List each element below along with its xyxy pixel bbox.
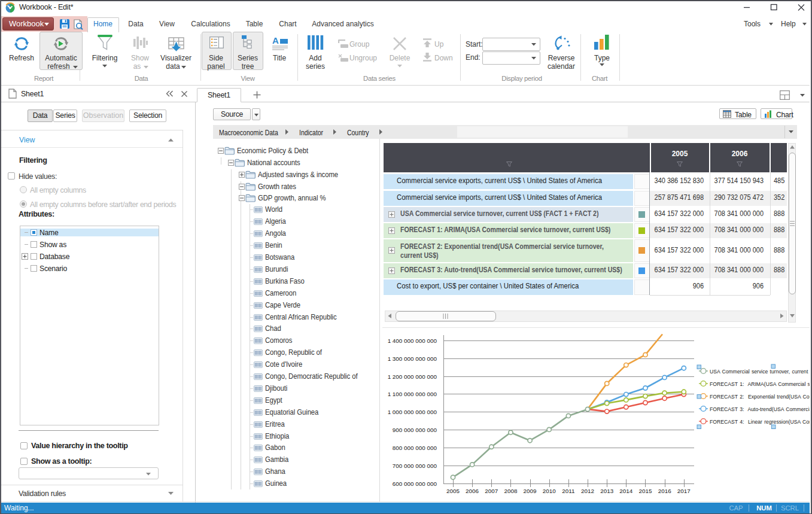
svg-text:2016: 2016 [658, 488, 671, 494]
svg-text:2013: 2013 [600, 488, 613, 494]
svg-text:1 400 000 000 000: 1 400 000 000 000 [388, 337, 437, 344]
svg-text:2017: 2017 [677, 488, 691, 494]
svg-text:1 300 000 000 000: 1 300 000 000 000 [388, 355, 437, 362]
svg-text:2005: 2005 [446, 488, 460, 494]
svg-text:USA Commercial service turnove: USA Commercial service turnover, current… [710, 368, 810, 375]
svg-text:2012: 2012 [581, 488, 594, 494]
svg-text:1 100 000 000 000: 1 100 000 000 000 [388, 391, 437, 397]
svg-text:2006: 2006 [466, 488, 479, 494]
svg-text:2009: 2009 [524, 488, 537, 494]
svg-text:2010: 2010 [543, 488, 556, 494]
svg-text:700 000 000 000: 700 000 000 000 [393, 463, 437, 469]
svg-text:600 000 000 000: 600 000 000 000 [393, 480, 437, 487]
svg-text:1 200 000 000 000: 1 200 000 000 000 [388, 373, 437, 380]
svg-text:800 000 000 000: 800 000 000 000 [393, 445, 437, 451]
svg-text:2014: 2014 [619, 488, 632, 494]
svg-text:FORECAST 3: Auto-trend(USA Co: FORECAST 3: Auto-trend(USA Commercial se… [710, 406, 810, 412]
svg-text:2015: 2015 [639, 488, 652, 494]
svg-text:2007: 2007 [485, 488, 498, 494]
svg-text:900 000 000 000: 900 000 000 000 [393, 427, 437, 433]
svg-text:2011: 2011 [562, 488, 575, 494]
svg-text:A: A [272, 36, 279, 45]
svg-text:2008: 2008 [504, 488, 518, 494]
svg-text:FORECAST 1: ARIMA(USA Commerc: FORECAST 1: ARIMA(USA Commercial service… [710, 381, 810, 387]
svg-text:FORECAST 4: Linear regression: FORECAST 4: Linear regression(USA Commer… [710, 418, 810, 425]
svg-text:FORECAST 2: Exponential trend: FORECAST 2: Exponential trend(USA Commer… [710, 393, 810, 400]
svg-text:1 000 000 000 000: 1 000 000 000 000 [388, 409, 437, 415]
